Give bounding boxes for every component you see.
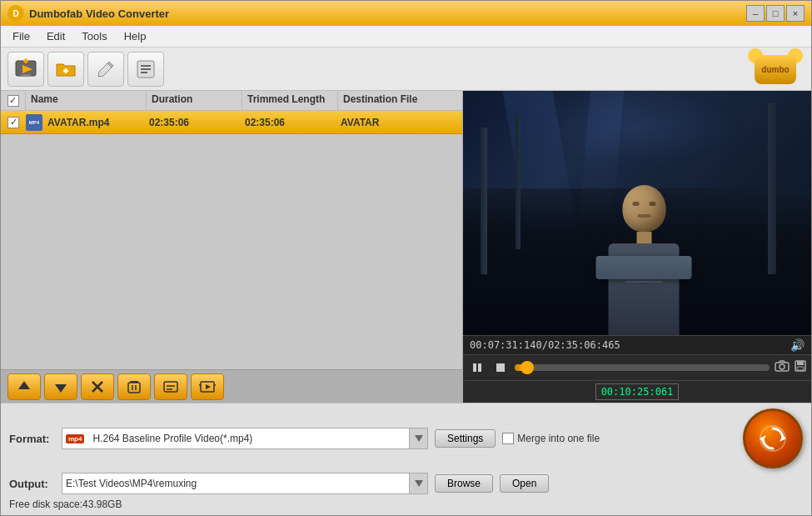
app-icon: D <box>7 5 24 22</box>
delete-button[interactable] <box>81 373 114 400</box>
svg-rect-33 <box>797 367 804 370</box>
format-label: Format: <box>9 433 55 445</box>
edit-button[interactable] <box>87 52 124 87</box>
bottom-bar: Format: mp4 H.264 Baseline Profile Video… <box>1 403 811 515</box>
file-list-header: Name Duration Trimmed Length Destination… <box>1 91 462 111</box>
header-check <box>1 91 26 110</box>
output-dropdown-arrow[interactable] <box>409 473 427 493</box>
convert-button-area <box>743 408 803 468</box>
output-path-value: E:\Test Videos\MP4\remuxing <box>66 478 197 489</box>
effect-button[interactable] <box>191 373 224 400</box>
convert-button[interactable] <box>743 408 803 468</box>
menu-edit[interactable]: Edit <box>38 28 73 45</box>
svg-marker-12 <box>55 384 67 393</box>
window-controls: – □ × <box>746 5 805 22</box>
playback-controls <box>463 354 811 380</box>
menu-help[interactable]: Help <box>116 28 155 45</box>
menu-bar: File Edit Tools Help <box>1 26 811 48</box>
browse-button[interactable]: Browse <box>435 474 493 493</box>
playback-progress-bar[interactable] <box>515 364 770 371</box>
minimize-button[interactable]: – <box>746 5 765 22</box>
move-down-button[interactable] <box>44 373 77 400</box>
settings-button[interactable]: Settings <box>435 429 496 448</box>
svg-rect-28 <box>496 363 505 372</box>
current-time-badge: 00:10:25:061 <box>595 383 680 400</box>
format-icon: mp4 <box>66 434 84 443</box>
subtitle-button[interactable] <box>154 373 187 400</box>
row-trimmed-length: 02:35:06 <box>240 117 336 128</box>
move-up-button[interactable] <box>7 373 41 400</box>
row-check-input[interactable] <box>7 117 19 128</box>
header-trimmed-length: Trimmed Length <box>242 91 338 110</box>
svg-rect-2 <box>21 74 31 77</box>
output-label: Output: <box>9 478 55 490</box>
header-name: Name <box>26 91 147 110</box>
save-frame-button[interactable] <box>795 360 806 375</box>
svg-rect-16 <box>128 383 140 393</box>
menu-tools[interactable]: Tools <box>73 28 115 45</box>
format-value: H.264 Baseline Profile Video(*.mp4) <box>92 433 252 444</box>
file-list-body: MP4 AVATAR.mp4 02:35:06 02:35:06 AVATAR <box>1 111 462 369</box>
maximize-button[interactable]: □ <box>766 5 785 22</box>
window-title: Dumbofab Video Converter <box>29 8 746 20</box>
row-filename: AVATAR.mp4 <box>44 117 144 128</box>
pause-button[interactable] <box>468 358 486 377</box>
app-logo: dumbo <box>746 48 805 90</box>
toolbar-buttons <box>7 52 164 87</box>
merge-checkbox-row: Merge into one file <box>502 433 600 444</box>
screenshot-button[interactable] <box>775 360 790 375</box>
main-window: D Dumbofab Video Converter – □ × File Ed… <box>0 0 812 516</box>
svg-marker-38 <box>415 480 423 487</box>
svg-marker-23 <box>206 384 211 389</box>
task-list-button[interactable] <box>127 52 164 87</box>
svg-point-30 <box>780 364 785 369</box>
header-duration: Duration <box>147 91 242 110</box>
format-dropdown-arrow[interactable] <box>409 428 427 448</box>
title-bar: D Dumbofab Video Converter – □ × <box>1 1 811 26</box>
merge-checkbox[interactable] <box>502 433 514 444</box>
format-select[interactable]: mp4 H.264 Baseline Profile Video(*.mp4) <box>62 428 428 449</box>
current-position-display: 00:07:31:140/02:35:06:465 <box>470 339 620 351</box>
row-checkbox[interactable] <box>1 117 26 128</box>
video-preview <box>463 91 811 335</box>
progress-thumb[interactable] <box>521 361 534 374</box>
add-video-button[interactable] <box>7 52 44 87</box>
toolbar: dumbo <box>1 48 811 91</box>
preview-panel: 00:07:31:140/02:35:06:465 🔊 <box>463 91 811 403</box>
svg-marker-11 <box>18 381 30 389</box>
header-destination: Destination File <box>338 91 462 110</box>
svg-rect-19 <box>164 382 177 392</box>
format-row: Format: mp4 H.264 Baseline Profile Video… <box>9 408 803 468</box>
svg-rect-32 <box>797 361 804 365</box>
open-button[interactable]: Open <box>500 474 549 493</box>
svg-rect-27 <box>478 363 481 372</box>
main-content: Name Duration Trimmed Length Destination… <box>1 91 811 403</box>
row-duration: 02:35:06 <box>144 117 240 128</box>
file-panel: Name Duration Trimmed Length Destination… <box>1 91 463 403</box>
table-row[interactable]: MP4 AVATAR.mp4 02:35:06 02:35:06 AVATAR <box>1 111 462 134</box>
add-folder-button[interactable] <box>47 52 84 87</box>
disk-space-label: Free disk space:43.98GB <box>9 498 803 510</box>
menu-file[interactable]: File <box>4 28 38 45</box>
time-display-bar: 00:07:31:140/02:35:06:465 🔊 <box>463 335 811 354</box>
select-all-checkbox[interactable] <box>7 95 19 107</box>
output-path-field[interactable]: E:\Test Videos\MP4\remuxing <box>62 473 428 494</box>
volume-icon[interactable]: 🔊 <box>790 338 805 352</box>
clear-list-button[interactable] <box>117 373 151 400</box>
svg-marker-34 <box>415 435 423 442</box>
file-actions-bar <box>1 369 462 403</box>
file-type-icon: MP4 <box>26 114 42 131</box>
output-row: Output: E:\Test Videos\MP4\remuxing Brow… <box>9 473 803 494</box>
svg-rect-26 <box>473 363 476 372</box>
row-destination: AVATAR <box>336 117 462 128</box>
close-button[interactable]: × <box>786 5 805 22</box>
merge-label: Merge into one file <box>517 433 600 444</box>
stop-button[interactable] <box>491 358 510 377</box>
